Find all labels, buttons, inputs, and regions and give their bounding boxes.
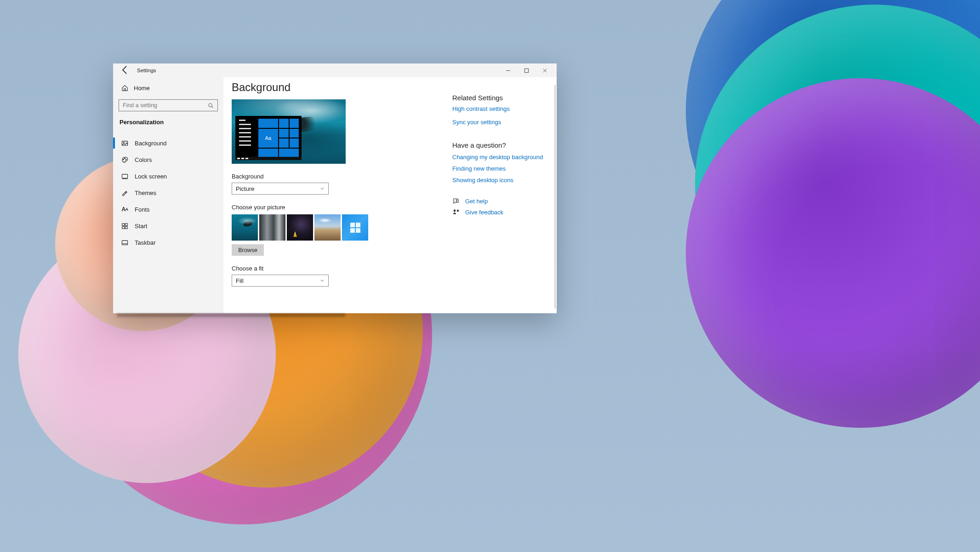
link-sync-settings[interactable]: Sync your settings — [452, 119, 550, 126]
search-input[interactable] — [119, 99, 218, 111]
scrollbar[interactable] — [554, 85, 556, 309]
question-heading: Have a question? — [452, 141, 550, 149]
window-body: Home Personalization Background Colors — [113, 77, 557, 313]
sidebar-item-colors[interactable]: Colors — [113, 151, 223, 168]
choose-picture-label: Choose your picture — [232, 204, 449, 211]
sidebar-item-background[interactable]: Background — [113, 135, 223, 151]
link-change-background[interactable]: Changing my desktop background — [452, 154, 550, 161]
get-help-label: Get help — [465, 198, 488, 205]
svg-point-4 — [123, 159, 124, 160]
choose-fit-label: Choose a fit — [232, 265, 449, 272]
page-title: Background — [232, 81, 449, 94]
feedback-icon — [452, 208, 460, 216]
app-title: Settings — [137, 68, 156, 73]
svg-point-5 — [125, 158, 125, 159]
content-area: Background Aa Bac — [223, 77, 557, 313]
home-label: Home — [134, 85, 150, 92]
taskbar-icon — [121, 239, 128, 246]
sidebar-item-label: Colors — [135, 156, 152, 163]
maximize-button[interactable] — [517, 63, 536, 77]
palette-icon — [121, 156, 128, 163]
background-preview: Aa — [232, 99, 346, 164]
svg-point-13 — [456, 201, 456, 202]
fit-dropdown[interactable]: Fill — [232, 275, 329, 287]
titlebar: Settings — [113, 63, 557, 77]
home-button[interactable]: Home — [113, 82, 223, 94]
svg-rect-8 — [122, 223, 125, 225]
link-show-icons[interactable]: Showing desktop icons — [452, 177, 550, 184]
background-dropdown-value: Picture — [236, 185, 254, 192]
svg-rect-7 — [122, 174, 127, 178]
main-panel: Background Aa Bac — [232, 80, 452, 313]
svg-rect-11 — [125, 226, 127, 229]
settings-window: Settings Home Personalization Background — [113, 63, 557, 313]
sidebar: Home Personalization Background Colors — [113, 77, 223, 313]
sidebar-item-label: Background — [135, 140, 166, 147]
window-controls — [499, 63, 554, 77]
help-icon — [452, 197, 460, 205]
picture-thumbs — [232, 214, 449, 241]
picture-thumb[interactable] — [342, 214, 368, 241]
preview-tile-text: Aa — [258, 129, 278, 148]
link-find-themes[interactable]: Finding new themes — [452, 165, 550, 172]
give-feedback-link[interactable]: Give feedback — [452, 208, 550, 216]
svg-rect-9 — [125, 223, 127, 225]
give-feedback-label: Give feedback — [465, 209, 503, 216]
search-field[interactable] — [123, 102, 208, 109]
svg-point-6 — [126, 159, 127, 160]
sidebar-item-label: Taskbar — [135, 239, 156, 246]
preview-start-mock: Aa — [235, 116, 302, 160]
svg-point-14 — [454, 210, 456, 212]
fonts-icon: AA — [121, 206, 128, 213]
picture-icon — [121, 140, 128, 147]
svg-point-3 — [123, 142, 124, 143]
sidebar-item-taskbar[interactable]: Taskbar — [113, 234, 223, 251]
get-help-link[interactable]: Get help — [452, 197, 550, 205]
svg-point-1 — [209, 104, 212, 107]
fit-dropdown-value: Fill — [236, 277, 244, 284]
chevron-down-icon — [320, 186, 325, 191]
sidebar-item-label: Lock screen — [135, 173, 167, 180]
sidebar-item-start[interactable]: Start — [113, 218, 223, 234]
search-icon — [208, 103, 214, 109]
background-dropdown[interactable]: Picture — [232, 183, 329, 195]
back-button[interactable] — [120, 65, 130, 76]
related-panel: Related Settings High contrast settings … — [452, 80, 557, 313]
browse-button[interactable]: Browse — [232, 244, 264, 256]
svg-rect-0 — [524, 69, 528, 72]
chevron-down-icon — [320, 278, 325, 283]
sidebar-item-label: Fonts — [135, 206, 150, 213]
sidebar-item-lock-screen[interactable]: Lock screen — [113, 168, 223, 184]
svg-rect-10 — [122, 226, 125, 229]
close-button[interactable] — [536, 63, 554, 77]
minimize-button[interactable] — [499, 63, 517, 77]
sidebar-item-fonts[interactable]: AA Fonts — [113, 201, 223, 218]
picture-thumb[interactable] — [314, 214, 341, 241]
background-dropdown-label: Background — [232, 173, 449, 180]
sidebar-item-label: Start — [135, 223, 147, 230]
start-icon — [121, 223, 128, 230]
sidebar-item-label: Themes — [135, 190, 156, 196]
picture-thumb[interactable] — [287, 214, 313, 241]
related-heading: Related Settings — [452, 94, 550, 102]
sidebar-category: Personalization — [120, 119, 223, 126]
lock-screen-icon — [121, 173, 128, 180]
themes-icon — [121, 190, 128, 196]
sidebar-nav: Background Colors Lock screen Themes AA … — [113, 135, 223, 251]
picture-thumb[interactable] — [232, 214, 258, 241]
link-high-contrast[interactable]: High contrast settings — [452, 105, 550, 112]
svg-rect-12 — [122, 240, 127, 244]
picture-thumb[interactable] — [259, 214, 285, 241]
sidebar-item-themes[interactable]: Themes — [113, 184, 223, 201]
